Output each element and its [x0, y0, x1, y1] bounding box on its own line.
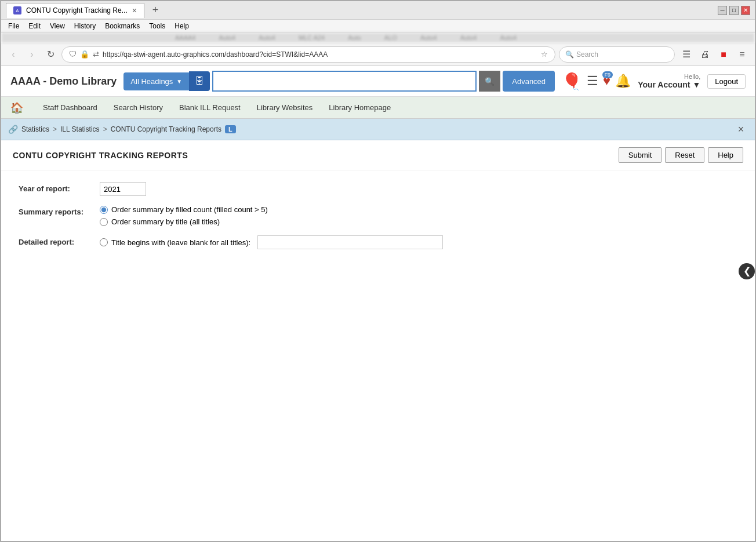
report-form: Year of report: Summary reports: Order s… — [1, 170, 755, 270]
breadcrumb-ill-statistics[interactable]: ILL Statistics — [60, 125, 100, 133]
nav-staff-dashboard[interactable]: Staff Dashboard — [35, 99, 106, 117]
favorites-heart-icon[interactable]: ♥ F9 — [603, 74, 610, 89]
breadcrumb-sep-1: > — [53, 125, 57, 133]
forward-btn[interactable]: › — [24, 47, 39, 62]
detailed-row: Detailed report: Title begins with (leav… — [19, 235, 737, 249]
heading-select[interactable]: All Headings ▼ 🗄 — [123, 71, 210, 91]
address-bar: ‹ › ↻ 🛡 🔒 ⇄ https://qa-stwi-agent.auto-g… — [1, 43, 755, 66]
detailed-radio[interactable] — [100, 238, 108, 246]
detailed-option-label: Title begins with (leave blank for all t… — [111, 238, 250, 247]
app-content: AAAA - Demo Library All Headings ▼ 🗄 🔍 A… — [1, 66, 755, 541]
search-magnifier-icon: 🔍 — [485, 77, 495, 86]
background-tabs: AAAA4 Auto4 Auto4 MLC A24 Auto ALO Auto4… — [1, 32, 755, 43]
app-logo: AAAA - Demo Library — [10, 75, 117, 88]
shield-icon: 🛡 — [69, 50, 77, 59]
year-label: Year of report: — [19, 182, 100, 193]
detailed-option[interactable]: Title begins with (leave blank for all t… — [100, 235, 443, 249]
menu-file[interactable]: File — [3, 21, 24, 31]
bookmark-star-icon[interactable]: ☆ — [541, 50, 548, 59]
summary-option-2-label: Order summary by title (all titles) — [111, 217, 220, 226]
sidebar-toggle-btn[interactable]: ❮ — [739, 263, 755, 279]
hello-text: Hello, — [684, 73, 700, 80]
title-bar: A CONTU Copyright Tracking Re... × + ─ □… — [1, 1, 755, 20]
header-icons: 🎈 ☰ ♥ F9 🔔 — [562, 72, 631, 91]
report-header: CONTU COPYRIGHT TRACKING REPORTS Submit … — [1, 140, 755, 170]
notifications-bell-icon[interactable]: 🔔 — [615, 74, 631, 89]
year-input[interactable] — [100, 182, 146, 196]
extensions-icon[interactable]: ■ — [715, 46, 732, 63]
menu-dots-icon[interactable]: ≡ — [734, 46, 750, 63]
app-header: AAAA - Demo Library All Headings ▼ 🗄 🔍 A… — [1, 66, 755, 97]
search-label: Search — [576, 50, 598, 59]
heading-label: All Headings — [130, 77, 173, 86]
summary-option-1-label: Order summary by filled count (filled co… — [111, 205, 268, 214]
main-search-input[interactable] — [212, 71, 477, 92]
nav-library-homepage[interactable]: Library Homepage — [321, 99, 399, 117]
summary-option-1[interactable]: Order summary by filled count (filled co… — [100, 205, 268, 214]
breadcrumb-link-icon: 🔗 — [8, 125, 18, 134]
menu-view[interactable]: View — [45, 21, 70, 31]
account-dropdown-btn[interactable]: Your Account ▼ — [638, 80, 700, 89]
active-tab[interactable]: A CONTU Copyright Tracking Re... × — [6, 3, 144, 18]
dropdown-arrow-icon: ▼ — [176, 78, 182, 85]
report-title: CONTU COPYRIGHT TRACKING REPORTS — [13, 151, 188, 160]
summary-radio-1[interactable] — [100, 206, 108, 214]
back-btn[interactable]: ‹ — [6, 47, 21, 62]
menu-tools[interactable]: Tools — [144, 21, 170, 31]
breadcrumb-badge: L — [225, 125, 236, 133]
summary-row: Summary reports: Order summary by filled… — [19, 205, 737, 226]
new-tab-btn[interactable]: + — [148, 3, 163, 18]
logout-btn[interactable]: Logout — [707, 74, 746, 89]
year-row: Year of report: — [19, 182, 737, 196]
nav-library-websites[interactable]: Library Websites — [249, 99, 321, 117]
list-icon[interactable]: ☰ — [587, 74, 598, 89]
summary-radio-2[interactable] — [100, 218, 108, 226]
close-btn[interactable]: ✕ — [741, 6, 750, 15]
search-btn[interactable]: 🔍 — [479, 71, 500, 92]
breadcrumb-statistics[interactable]: Statistics — [21, 125, 49, 133]
advanced-btn[interactable]: Advanced — [503, 71, 555, 92]
breadcrumb-close-btn[interactable]: × — [734, 122, 748, 136]
detailed-control: Title begins with (leave blank for all t… — [100, 235, 443, 249]
menu-help[interactable]: Help — [170, 21, 194, 31]
maximize-btn[interactable]: □ — [729, 6, 739, 15]
browser-search-box[interactable]: 🔍 Search — [559, 46, 675, 63]
tab-close-btn[interactable]: × — [132, 6, 137, 15]
heading-dropdown[interactable]: All Headings ▼ — [123, 72, 189, 90]
database-icon[interactable]: 🗄 — [189, 71, 210, 91]
refresh-btn[interactable]: ↻ — [43, 47, 58, 62]
url-bar[interactable]: 🛡 🔒 ⇄ https://qa-stwi-agent.auto-graphic… — [61, 46, 555, 63]
minimize-btn[interactable]: ─ — [718, 6, 727, 15]
nav-blank-ill-request[interactable]: Blank ILL Request — [171, 99, 249, 117]
redirect-icon: ⇄ — [93, 50, 99, 59]
menu-history[interactable]: History — [70, 21, 100, 31]
search-icon: 🔍 — [565, 50, 574, 59]
submit-btn[interactable]: Submit — [619, 147, 662, 163]
menu-edit[interactable]: Edit — [24, 21, 45, 31]
home-icon[interactable]: 🏠 — [6, 97, 28, 119]
help-btn[interactable]: Help — [708, 147, 743, 163]
lock-icon: 🔒 — [80, 50, 89, 59]
tab-favicon: A — [13, 6, 21, 14]
nav-search-history[interactable]: Search History — [106, 99, 171, 117]
print-icon[interactable]: 🖨 — [697, 46, 713, 63]
url-text: https://qa-stwi-agent.auto-graphics.com/… — [103, 50, 537, 59]
account-area: Hello, Your Account ▼ — [638, 73, 700, 89]
nav-bar: 🏠 Staff Dashboard Search History Blank I… — [1, 97, 755, 119]
main-content: CONTU COPYRIGHT TRACKING REPORTS Submit … — [1, 140, 755, 541]
year-control — [100, 182, 146, 196]
balloon-icon[interactable]: 🎈 — [562, 72, 582, 91]
breadcrumb-sep-2: > — [103, 125, 107, 133]
reset-btn[interactable]: Reset — [665, 147, 704, 163]
favorites-badge: F9 — [602, 71, 613, 78]
summary-option-2[interactable]: Order summary by title (all titles) — [100, 217, 268, 226]
breadcrumb-area: 🔗 Statistics > ILL Statistics > CONTU Co… — [1, 119, 755, 140]
reading-list-icon[interactable]: ☰ — [678, 46, 695, 63]
nav-links: Staff Dashboard Search History Blank ILL… — [35, 99, 399, 117]
detailed-label: Detailed report: — [19, 235, 100, 246]
menu-bar: File Edit View History Bookmarks Tools H… — [1, 20, 755, 32]
title-begins-input[interactable] — [257, 235, 443, 249]
summary-radio-group: Order summary by filled count (filled co… — [100, 205, 268, 226]
menu-bookmarks[interactable]: Bookmarks — [100, 21, 144, 31]
breadcrumb-contu[interactable]: CONTU Copyright Tracking Reports — [111, 125, 221, 133]
